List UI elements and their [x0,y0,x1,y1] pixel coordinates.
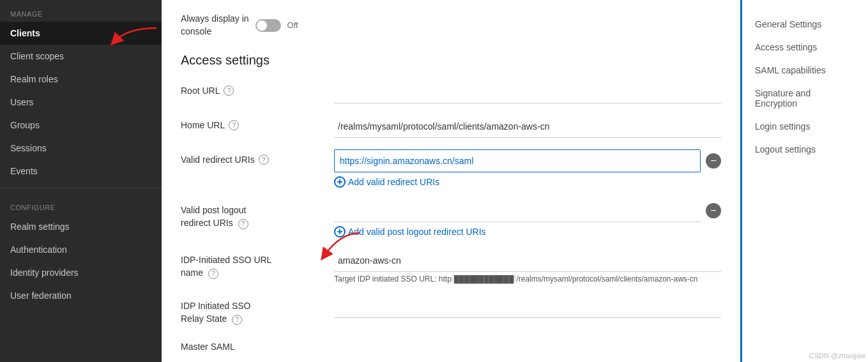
valid-logout-label: Valid post logout redirect URIs ? [181,199,321,229]
master-saml-row: Master SAML [181,336,721,352]
idp-relay-input[interactable] [334,295,721,318]
sidebar-item-identity-providers-label: Identity providers [10,268,79,278]
valid-logout-row: Valid post logout redirect URIs ? − + Ad… [181,199,721,238]
sidebar-item-identity-providers[interactable]: Identity providers [0,261,162,284]
watermark: CSDN @zhaojjaw [809,352,865,359]
sidebar-item-authentication[interactable]: Authentication [0,238,162,261]
idp-relay-row: IDP Initiated SSO Relay State ? [181,295,721,325]
sidebar-item-realm-settings-label: Realm settings [10,222,70,232]
root-url-input-area [334,80,721,103]
remove-logout-button[interactable]: − [706,203,721,218]
right-nav-logout-settings[interactable]: Logout settings [742,138,868,161]
section-heading: Access settings [181,53,721,68]
right-nav-signature-encryption[interactable]: Signature and Encryption [742,82,868,115]
main-content: Always display in console Off Access set… [162,0,740,362]
valid-redirect-input-area: − + Add valid redirect URIs [334,149,721,188]
home-url-input-area [334,115,721,138]
sidebar-item-user-federation[interactable]: User federation [0,284,162,307]
valid-logout-help-icon[interactable]: ? [238,219,248,229]
sidebar-item-authentication-label: Authentication [10,245,67,255]
sidebar-item-realm-settings[interactable]: Realm settings [0,215,162,238]
root-url-input[interactable] [334,80,721,103]
sidebar-item-clients[interactable]: Clients [0,22,162,45]
add-redirect-link[interactable]: + Add valid redirect URIs [334,176,721,188]
right-nav-general-settings[interactable]: General Settings [742,13,868,36]
master-saml-label: Master SAML [181,336,321,352]
add-logout-link[interactable]: + Add valid post logout redirect URIs [334,226,721,238]
configure-section-label: Configure [0,193,162,215]
sidebar-item-sessions-label: Sessions [10,143,47,153]
right-nav-login-settings[interactable]: Login settings [742,115,868,138]
root-url-label: Root URL ? [181,80,321,96]
sidebar-item-realm-roles-label: Realm roles [10,74,58,84]
add-logout-icon: + [334,226,346,238]
add-redirect-label: Add valid redirect URIs [348,177,439,187]
redirect-uri-input[interactable] [334,149,701,172]
idp-sso-help-icon[interactable]: ? [208,269,218,279]
home-url-row: Home URL ? [181,115,721,138]
toggle-knob [257,20,267,31]
logout-uri-row: − [334,199,721,222]
root-url-help-icon[interactable]: ? [224,86,234,96]
logout-uri-input[interactable] [334,199,701,222]
right-nav-saml-capabilities[interactable]: SAML capabilities [742,59,868,82]
sidebar-item-sessions[interactable]: Sessions [0,137,162,160]
sidebar-item-clients-label: Clients [10,28,40,38]
sidebar-item-users-label: Users [10,97,34,107]
valid-redirect-row: Valid redirect URIs ? − + Add valid redi… [181,149,721,188]
idp-sso-label: IDP-Initiated SSO URL name ? [181,249,321,279]
root-url-row: Root URL ? [181,80,721,103]
sidebar-item-groups[interactable]: Groups [0,114,162,137]
sidebar-item-events-label: Events [10,166,38,176]
idp-relay-label: IDP Initiated SSO Relay State ? [181,295,321,325]
valid-logout-input-area: − + Add valid post logout redirect URIs [334,199,721,238]
sidebar-item-client-scopes[interactable]: Client scopes [0,45,162,68]
toggle-off-label: Off [287,20,298,30]
sidebar: Manage Clients Client scopes Realm roles… [0,0,162,362]
manage-section-label: Manage [0,0,162,22]
remove-redirect-button[interactable]: − [706,153,721,169]
idp-relay-help-icon[interactable]: ? [232,315,242,325]
add-redirect-icon: + [334,176,346,188]
sidebar-item-users[interactable]: Users [0,91,162,114]
idp-sso-input-area: Target IDP initiated SSO URL: http██████… [334,249,721,283]
valid-redirect-help-icon[interactable]: ? [259,155,269,165]
sidebar-item-user-federation-label: User federation [10,290,72,301]
idp-relay-input-area [334,295,721,318]
right-nav-access-settings[interactable]: Access settings [742,36,868,59]
redirect-uri-row: − [334,149,721,172]
sidebar-item-realm-roles[interactable]: Realm roles [0,68,162,91]
sidebar-divider [0,188,162,188]
idp-sso-row: IDP-Initiated SSO URL name ? Target IDP … [181,249,721,283]
toggle-row: Always display in console Off [181,13,721,38]
always-display-toggle[interactable] [255,19,281,32]
right-nav: General Settings Access settings SAML ca… [740,0,868,362]
add-logout-label: Add valid post logout redirect URIs [348,227,486,237]
sidebar-item-groups-label: Groups [10,120,40,130]
sidebar-item-client-scopes-label: Client scopes [10,51,64,61]
toggle-label: Always display in console [181,13,249,38]
valid-redirect-label: Valid redirect URIs ? [181,149,321,165]
idp-sso-input[interactable] [334,249,721,272]
home-url-help-icon[interactable]: ? [229,120,239,130]
home-url-label: Home URL ? [181,115,321,130]
idp-target-url: Target IDP initiated SSO URL: http██████… [334,275,721,283]
sidebar-item-events[interactable]: Events [0,160,162,183]
home-url-input[interactable] [334,115,721,138]
